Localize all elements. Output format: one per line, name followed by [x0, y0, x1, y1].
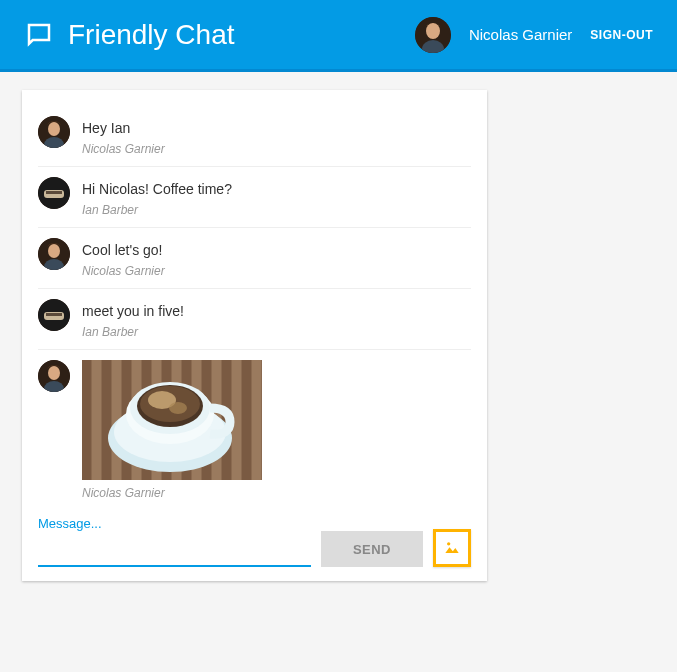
chat-icon — [24, 20, 54, 50]
svg-point-1 — [426, 23, 440, 39]
message-avatar — [38, 116, 70, 148]
svg-point-10 — [48, 244, 60, 258]
svg-rect-8 — [46, 191, 62, 194]
message-avatar — [38, 238, 70, 270]
svg-point-30 — [447, 542, 450, 545]
image-icon — [442, 538, 462, 558]
signout-button[interactable]: SIGN-OUT — [590, 28, 653, 42]
attach-image-button[interactable] — [433, 529, 471, 567]
app-header: Friendly Chat Nicolas Garnier SIGN-OUT — [0, 0, 677, 72]
message-body: Cool let's go!Nicolas Garnier — [82, 238, 471, 284]
svg-rect-14 — [46, 313, 62, 316]
message-body: meet you in five!Ian Barber — [82, 299, 471, 345]
message-row: meet you in five!Ian Barber — [38, 289, 471, 350]
header-avatar[interactable] — [415, 17, 451, 53]
message-avatar — [38, 360, 70, 392]
input-wrapper: Message... — [38, 516, 311, 567]
send-button[interactable]: SEND — [321, 531, 423, 567]
header-right: Nicolas Garnier SIGN-OUT — [415, 17, 653, 53]
message-sender: Nicolas Garnier — [82, 142, 471, 162]
message-avatar — [38, 177, 70, 209]
message-text: Hey Ian — [82, 116, 471, 136]
message-row: Cool let's go!Nicolas Garnier — [38, 228, 471, 289]
message-body: Hi Nicolas! Coffee time?Ian Barber — [82, 177, 471, 223]
message-input[interactable] — [38, 545, 311, 567]
app-title: Friendly Chat — [68, 19, 235, 51]
message-image — [82, 360, 262, 480]
message-sender: Ian Barber — [82, 325, 471, 345]
message-row: Hi Nicolas! Coffee time?Ian Barber — [38, 167, 471, 228]
svg-point-29 — [169, 402, 187, 414]
message-body: Nicolas Garnier — [82, 360, 471, 506]
message-input-label: Message... — [38, 516, 311, 531]
svg-point-16 — [48, 366, 60, 380]
messages-list: Hey IanNicolas GarnierHi Nicolas! Coffee… — [38, 106, 471, 510]
message-sender: Ian Barber — [82, 203, 471, 223]
message-avatar — [38, 299, 70, 331]
header-username: Nicolas Garnier — [469, 26, 572, 43]
message-row: Nicolas Garnier — [38, 350, 471, 510]
message-body: Hey IanNicolas Garnier — [82, 116, 471, 162]
svg-point-4 — [48, 122, 60, 136]
message-text: meet you in five! — [82, 299, 471, 319]
message-text: Cool let's go! — [82, 238, 471, 258]
chat-card: Hey IanNicolas GarnierHi Nicolas! Coffee… — [22, 90, 487, 581]
message-text: Hi Nicolas! Coffee time? — [82, 177, 471, 197]
header-left: Friendly Chat — [24, 19, 235, 51]
message-row: Hey IanNicolas Garnier — [38, 106, 471, 167]
composer: Message... SEND — [38, 516, 471, 567]
message-sender: Nicolas Garnier — [82, 264, 471, 284]
message-sender: Nicolas Garnier — [82, 486, 471, 506]
